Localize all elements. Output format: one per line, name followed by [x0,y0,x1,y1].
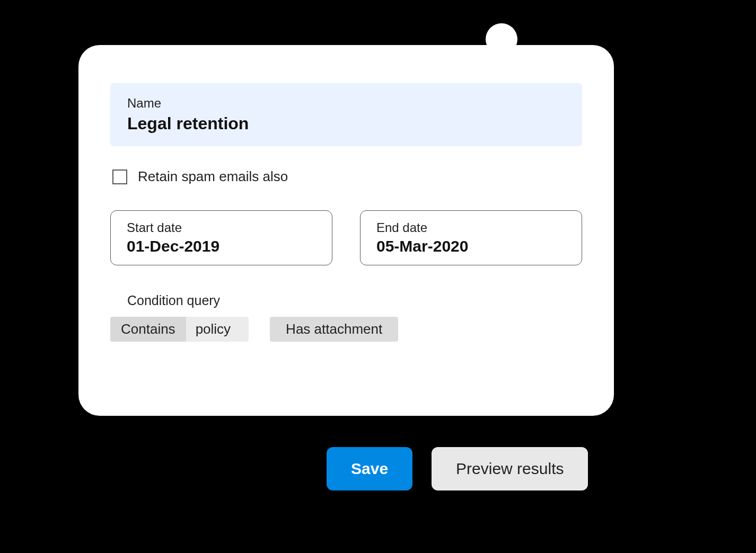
preview-results-button[interactable]: Preview results [432,447,588,490]
date-row: Start date 01-Dec-2019 End date 05-Mar-2… [110,210,582,265]
chip-operator: Contains [110,317,186,342]
start-date-field[interactable]: Start date 01-Dec-2019 [110,210,332,265]
retain-spam-label: Retain spam emails also [138,168,288,185]
start-date-label: Start date [127,220,316,235]
policy-form-card: Name Legal retention Retain spam emails … [78,45,614,416]
condition-section: Condition query Contains policy Has atta… [110,293,582,342]
condition-chips-row: Contains policy Has attachment [110,317,582,342]
retain-spam-row: Retain spam emails also [110,168,582,185]
end-date-field[interactable]: End date 05-Mar-2020 [360,210,582,265]
condition-chip-attachment[interactable]: Has attachment [270,317,398,342]
condition-query-label: Condition query [127,293,582,308]
end-date-value: 05-Mar-2020 [376,237,566,255]
end-date-label: End date [376,220,566,235]
save-button[interactable]: Save [327,447,412,490]
chip-value: policy [186,317,249,342]
start-date-value: 01-Dec-2019 [127,237,316,255]
name-value: Legal retention [127,114,565,133]
name-label: Name [127,96,565,111]
name-field[interactable]: Name Legal retention [110,83,582,146]
action-buttons: Save Preview results [327,447,588,490]
condition-chip-contains[interactable]: Contains policy [110,317,249,342]
retain-spam-checkbox[interactable] [112,170,127,184]
